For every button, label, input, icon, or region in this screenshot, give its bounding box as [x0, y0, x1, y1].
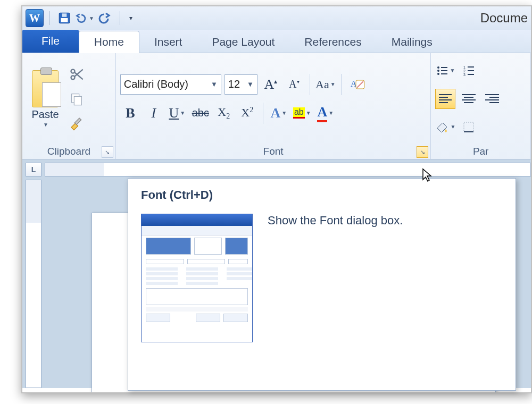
ribbon-tabs: File Home Insert Page Layout References …	[22, 30, 531, 53]
font-name-combo[interactable]: Calibri (Body) ▼	[120, 74, 221, 95]
undo-button[interactable]: ▼	[75, 10, 94, 27]
chevron-down-icon: ▼	[450, 124, 455, 130]
font-label-text: Font	[263, 146, 284, 157]
document-title: Docume	[480, 11, 528, 26]
bold-button[interactable]: B	[120, 103, 140, 124]
italic-icon: I	[151, 105, 156, 121]
undo-dropdown-icon: ▼	[89, 15, 94, 21]
cut-button[interactable]	[66, 65, 87, 84]
chevron-down-icon: ▼	[450, 68, 455, 73]
text-effects-button[interactable]: A▼	[269, 103, 289, 124]
borders-icon	[462, 121, 475, 133]
borders-button[interactable]	[459, 116, 479, 138]
change-case-icon: Aa	[315, 78, 329, 91]
underline-icon: U	[169, 105, 179, 121]
undo-icon	[75, 12, 88, 24]
grow-font-button[interactable]: A▴	[261, 74, 281, 95]
svg-point-16	[437, 73, 439, 75]
horizontal-ruler[interactable]	[45, 163, 531, 176]
svg-rect-1	[61, 18, 68, 22]
separator	[120, 11, 120, 25]
tooltip-description: Show the Font dialog box.	[268, 214, 403, 342]
svg-rect-13	[441, 67, 447, 68]
word-app-icon[interactable]: W	[26, 9, 44, 27]
group-clipboard: Paste ▼	[22, 53, 116, 159]
paste-label: Paste	[31, 108, 59, 121]
font-dialog-tooltip: Font (Ctrl+D) Show the Font dialog box.	[128, 178, 516, 391]
underline-button[interactable]: U▼	[167, 103, 187, 124]
clear-formatting-button[interactable]: A	[347, 74, 367, 95]
svg-rect-19	[468, 66, 474, 68]
svg-point-14	[437, 70, 439, 72]
save-icon	[57, 11, 71, 25]
paragraph-label-text: Par	[473, 146, 489, 157]
align-center-button[interactable]	[459, 89, 479, 109]
numbering-button[interactable]: 1 2 3	[459, 60, 479, 81]
copy-icon	[69, 91, 84, 106]
svg-rect-24	[464, 122, 473, 132]
ruler-corner[interactable]: L	[26, 163, 41, 176]
paste-button[interactable]: Paste ▼	[27, 68, 64, 130]
strikethrough-button[interactable]: abc	[190, 103, 211, 124]
tab-insert[interactable]: Insert	[139, 31, 197, 53]
bold-icon: B	[126, 105, 135, 121]
svg-text:1: 1	[463, 65, 466, 69]
font-size-value: 12	[228, 78, 240, 90]
group-paragraph: ▼ 1 2 3	[431, 53, 531, 159]
superscript-icon: X2	[241, 106, 253, 120]
launcher-arrow-icon: ↘	[105, 149, 110, 156]
tab-references[interactable]: References	[289, 31, 376, 53]
bullets-button[interactable]: ▼	[435, 60, 455, 81]
svg-rect-23	[468, 74, 474, 75]
numbering-icon: 1 2 3	[462, 64, 475, 77]
ribbon: Paste ▼	[22, 53, 531, 159]
separator	[263, 103, 263, 124]
superscript-button[interactable]: X2	[237, 103, 257, 124]
brush-icon	[69, 115, 85, 131]
copy-button[interactable]	[66, 89, 87, 108]
strikethrough-icon: abc	[192, 107, 209, 119]
chevron-down-icon: ▼	[330, 81, 336, 87]
svg-rect-17	[441, 73, 447, 74]
tooltip-title: Font (Ctrl+D)	[141, 188, 503, 202]
chevron-down-icon: ▼	[180, 110, 185, 116]
redo-button[interactable]	[95, 10, 114, 27]
tab-home[interactable]: Home	[79, 31, 139, 53]
highlight-button[interactable]: ab▼	[292, 103, 312, 124]
font-dialog-launcher[interactable]: ↘	[417, 146, 428, 158]
chevron-down-icon: ▼	[328, 110, 334, 116]
save-button[interactable]	[55, 10, 74, 27]
bullets-icon	[436, 64, 448, 77]
vertical-ruler[interactable]	[26, 180, 41, 388]
chevron-down-icon: ▾	[129, 14, 132, 22]
svg-point-12	[437, 66, 439, 69]
paste-icon	[32, 70, 59, 107]
svg-rect-2	[62, 13, 67, 16]
align-left-button[interactable]	[435, 89, 455, 109]
shrink-font-button[interactable]: A▾	[284, 74, 304, 95]
font-color-button[interactable]: A▼	[315, 103, 336, 124]
svg-rect-8	[74, 96, 81, 105]
font-size-combo[interactable]: 12 ▼	[225, 74, 257, 95]
subscript-icon: X2	[218, 105, 230, 121]
change-case-button[interactable]: Aa▼	[315, 74, 336, 95]
tab-file[interactable]: File	[22, 29, 79, 53]
clipboard-dialog-launcher[interactable]: ↘	[102, 146, 113, 158]
svg-rect-15	[441, 70, 447, 71]
tab-page-layout[interactable]: Page Layout	[197, 31, 289, 53]
italic-button[interactable]: I	[144, 103, 164, 124]
shading-button[interactable]: ▼	[435, 116, 455, 138]
group-label-clipboard: Clipboard ↘	[22, 144, 115, 159]
separator	[310, 74, 310, 95]
align-right-button[interactable]	[482, 89, 502, 109]
text-effects-icon: A	[270, 105, 280, 121]
format-painter-button[interactable]	[66, 114, 87, 133]
customize-qat-button[interactable]: ▾	[126, 10, 136, 27]
group-font: Calibri (Body) ▼ 12 ▼ A▴ A▾	[116, 53, 431, 159]
paint-bucket-icon	[435, 121, 449, 133]
font-color-icon: A	[317, 104, 327, 122]
clipboard-label-text: Clipboard	[47, 146, 90, 157]
group-label-paragraph: Par	[431, 144, 530, 159]
tab-mailings[interactable]: Mailings	[377, 31, 447, 53]
subscript-button[interactable]: X2	[214, 103, 234, 124]
